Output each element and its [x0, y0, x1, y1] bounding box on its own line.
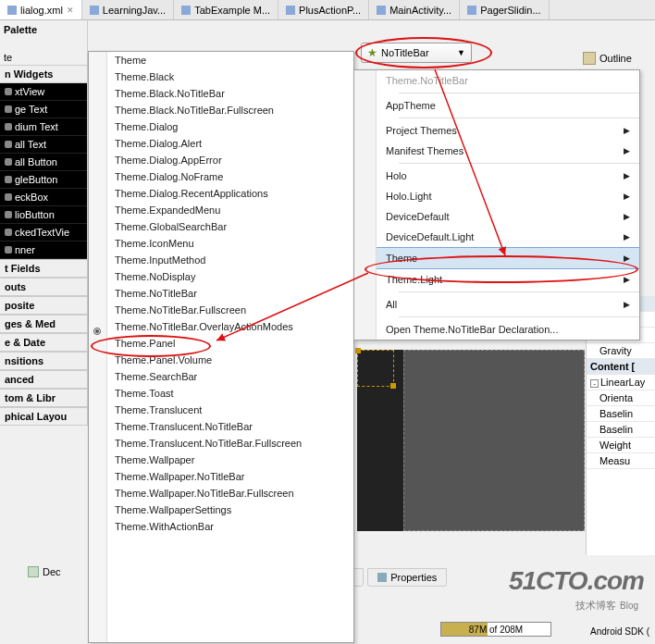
- theme-menu-item[interactable]: Theme.IconMenu: [107, 235, 353, 252]
- palette-group[interactable]: nsitions: [0, 352, 87, 370]
- theme-label: NoTitleBar: [381, 47, 429, 58]
- theme-category-item[interactable]: DeviceDefault▶: [377, 206, 639, 227]
- theme-menu-item[interactable]: Theme.Black.NoTitleBar.Fullscreen: [107, 102, 353, 118]
- widget-item[interactable]: all Button: [0, 154, 87, 171]
- tab-2[interactable]: TabExample M...: [174, 0, 278, 19]
- heap-memory-bar[interactable]: 87M of 208M: [440, 622, 551, 637]
- widget-item[interactable]: xtView: [0, 83, 87, 101]
- tab-properties[interactable]: Properties: [367, 568, 447, 587]
- submenu-arrow-icon: ▶: [624, 192, 630, 201]
- palette-group[interactable]: tom & Libr: [0, 389, 87, 407]
- theme-menu-item[interactable]: Theme: [107, 52, 353, 68]
- tab-5[interactable]: PagerSlidin...: [460, 0, 549, 19]
- submenu-arrow-icon: ▶: [624, 254, 630, 263]
- widget-item[interactable]: gleButton: [0, 171, 87, 189]
- widget-icon: [5, 246, 12, 254]
- palette-group[interactable]: anced: [0, 370, 87, 389]
- palette-group[interactable]: phical Layou: [0, 407, 87, 426]
- theme-dropdown-button[interactable]: ★ NoTitleBar ▼: [361, 43, 472, 63]
- widget-item[interactable]: eckBox: [0, 189, 87, 206]
- theme-menu-item[interactable]: Theme.GlobalSearchBar: [107, 218, 353, 235]
- theme-menu-item[interactable]: Theme.WithActionBar: [107, 518, 353, 535]
- tab-1[interactable]: LearningJav...: [82, 0, 174, 19]
- widget-icon: [5, 123, 12, 130]
- theme-category-item[interactable]: Holo.Light▶: [377, 186, 639, 206]
- theme-menu-item[interactable]: Theme.Dialog.RecentApplications: [107, 185, 353, 202]
- theme-menu-item[interactable]: Theme.Wallpaper: [107, 452, 353, 468]
- declaration-icon: [28, 566, 39, 577]
- palette-group[interactable]: posite: [0, 296, 87, 315]
- theme-category-item[interactable]: Project Themes▶: [377, 120, 639, 141]
- theme-category-item[interactable]: All▶: [377, 294, 639, 315]
- theme-menu-item[interactable]: Theme.Translucent.NoTitleBar.Fullscreen: [107, 435, 353, 452]
- submenu-apptheme[interactable]: AppTheme: [377, 95, 639, 116]
- theme-menu-item[interactable]: Theme.NoTitleBar.OverlayActionModes: [107, 318, 353, 335]
- theme-menu-item[interactable]: Theme.Panel.Volume: [107, 352, 353, 368]
- theme-menu-item[interactable]: Theme.NoTitleBar: [107, 285, 353, 302]
- widget-item[interactable]: nner: [0, 242, 87, 259]
- outline-icon: [583, 52, 596, 65]
- theme-category-item[interactable]: DeviceDefault.Light▶: [377, 227, 639, 247]
- resize-handle-icon[interactable]: [355, 348, 361, 353]
- theme-menu-item[interactable]: Theme.ExpandedMenu: [107, 202, 353, 218]
- property-row[interactable]: Gravity: [587, 343, 655, 359]
- theme-menu-item[interactable]: Theme.WallpaperSettings: [107, 502, 353, 518]
- section-text-fields[interactable]: t Fields: [0, 259, 87, 278]
- declaration-tab[interactable]: Dec: [28, 566, 61, 577]
- widget-icon: [5, 158, 12, 166]
- widget-item[interactable]: ckedTextVie: [0, 224, 87, 242]
- theme-category-item[interactable]: Theme▶: [377, 247, 639, 269]
- layout-preview[interactable]: [357, 350, 585, 531]
- tree-toggle-icon[interactable]: -: [590, 379, 599, 388]
- widget-item[interactable]: ge Text: [0, 101, 87, 118]
- file-icon: [467, 6, 476, 15]
- theme-category-item[interactable]: Theme.Light▶: [377, 269, 639, 290]
- theme-menu-item[interactable]: Theme.NoDisplay: [107, 268, 353, 285]
- property-row[interactable]: -LinearLay: [587, 375, 655, 390]
- theme-menu-item[interactable]: Theme.InputMethod: [107, 252, 353, 268]
- theme-menu-item[interactable]: Theme.Black: [107, 68, 353, 85]
- palette-group[interactable]: e & Date: [0, 333, 87, 352]
- theme-category-item[interactable]: Manifest Themes▶: [377, 141, 639, 161]
- section-widgets[interactable]: n Widgets: [0, 65, 87, 83]
- palette-group[interactable]: ges & Med: [0, 315, 87, 333]
- theme-menu-item[interactable]: Theme.Dialog.AppError: [107, 152, 353, 168]
- file-icon: [181, 6, 191, 15]
- tab-3[interactable]: PlusActionP...: [278, 0, 369, 19]
- property-row[interactable]: Baselin: [587, 422, 655, 438]
- theme-menu-item[interactable]: Theme.Translucent: [107, 402, 353, 418]
- property-row[interactable]: Content [: [587, 359, 655, 375]
- close-icon[interactable]: ✕: [67, 6, 74, 15]
- theme-menu-item[interactable]: Theme.Wallpaper.NoTitleBar: [107, 468, 353, 485]
- outline-panel-header[interactable]: Outline: [583, 52, 655, 65]
- widget-icon: [5, 193, 12, 201]
- theme-menu-item[interactable]: Theme.Toast: [107, 385, 353, 402]
- theme-category-item[interactable]: Open Theme.NoTitleBar Declaration...: [377, 319, 639, 340]
- theme-menu-item[interactable]: Theme.Dialog.Alert: [107, 135, 353, 152]
- tab-4[interactable]: MainActivity...: [369, 0, 460, 19]
- resize-handle-icon[interactable]: [390, 383, 396, 389]
- widget-item[interactable]: dium Text: [0, 118, 87, 136]
- theme-menu-item[interactable]: Theme.SearchBar: [107, 368, 353, 385]
- widget-item[interactable]: all Text: [0, 136, 87, 154]
- theme-menu-item[interactable]: Theme.Translucent.NoTitleBar: [107, 418, 353, 435]
- theme-menu-item[interactable]: Theme.Black.NoTitleBar: [107, 85, 353, 102]
- watermark-sub: 技术博客Blog: [575, 597, 638, 613]
- widget-item[interactable]: lioButton: [0, 206, 87, 224]
- theme-menu-item[interactable]: Theme.NoTitleBar.Fullscreen: [107, 302, 353, 318]
- property-row[interactable]: Measu: [587, 453, 655, 469]
- theme-menu-item[interactable]: Theme.Wallpaper.NoTitleBar.Fullscreen: [107, 485, 353, 502]
- theme-menu-item[interactable]: Theme.Dialog: [107, 118, 353, 135]
- preview-selection-outline: [357, 350, 394, 387]
- tab-0[interactable]: lialog.xml✕: [0, 0, 82, 19]
- property-row[interactable]: Orienta: [587, 390, 655, 406]
- widget-icon: [5, 141, 12, 148]
- theme-menu-item[interactable]: Theme.Panel: [107, 335, 353, 352]
- radio-selected-icon: [93, 328, 101, 335]
- theme-menu-item[interactable]: Theme.Dialog.NoFrame: [107, 168, 353, 185]
- property-row[interactable]: Baselin: [587, 406, 655, 422]
- property-row[interactable]: Weight: [587, 438, 655, 453]
- theme-category-item[interactable]: Holo▶: [377, 166, 639, 186]
- palette-sidebar: n Widgets xtViewge Textdium Textall Text…: [0, 65, 88, 426]
- palette-group[interactable]: outs: [0, 278, 87, 296]
